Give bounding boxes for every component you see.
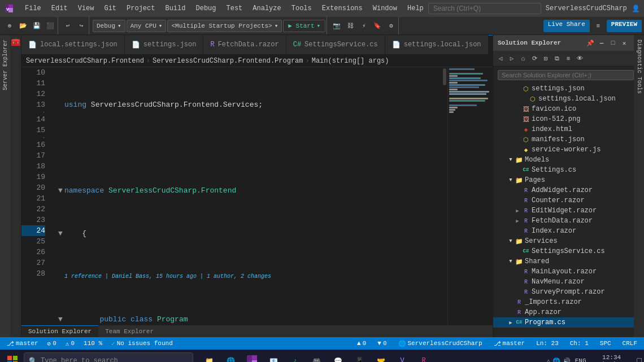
menu-edit[interactable]: Edit (47, 3, 72, 14)
cpu-dropdown[interactable]: Any CPU ▾ (127, 20, 167, 32)
taskbar-rider[interactable]: R (414, 351, 434, 362)
tree-item-surveyprompt[interactable]: R SurveyPrompt.razor (493, 287, 634, 297)
menu-git[interactable]: Git (99, 3, 121, 14)
se-preview-btn[interactable]: 👁 (575, 54, 585, 64)
menu-view[interactable]: View (73, 3, 99, 14)
debug-config-dropdown[interactable]: Debug ▾ (93, 20, 125, 32)
taskbar-teams[interactable]: 🤝 (371, 351, 391, 362)
clock[interactable]: 12:34 02/08/2020 (591, 353, 633, 362)
se-pin-btn[interactable]: 📌 (585, 38, 595, 48)
open-btn[interactable]: 📂 (17, 20, 29, 32)
up-arrow-icon[interactable]: △ (547, 357, 550, 362)
warnings-status[interactable]: ⚠ 0 (63, 340, 77, 347)
scroll-thumb[interactable] (443, 68, 446, 85)
taskbar-vs-code[interactable] (242, 351, 262, 362)
col-status[interactable]: Ch: 1 (568, 340, 591, 347)
menu-project[interactable]: Project (122, 3, 159, 14)
tree-item-models[interactable]: ▼ 📁 Models (493, 155, 634, 165)
diagnostic-tools-label[interactable]: Diagnostic Tools (635, 37, 643, 96)
tree-item-settings-local[interactable]: ⬡ settings.local.json (493, 94, 634, 104)
se-props-btn[interactable]: ≡ (563, 54, 573, 64)
tree-item-index-html[interactable]: ◈ index.html (493, 124, 634, 134)
line-ending-status[interactable]: CRLF (620, 340, 639, 347)
network-status[interactable]: 🌐 ServerlessCrudCSharp (396, 340, 485, 347)
tree-item-service-worker[interactable]: ◆ service-worker.js (493, 145, 634, 155)
tab-fetchdata[interactable]: R FetchData.razor (203, 35, 286, 54)
new-file-btn[interactable]: ⊕ (3, 20, 16, 32)
tab-settings-local-json[interactable]: 📄 settings.local.json (385, 35, 489, 54)
tree-item-manifest[interactable]: ⬡ manifest.json (493, 134, 634, 145)
tree-item-navmenu[interactable]: R NavMenu.razor (493, 277, 634, 287)
tree-item-settings-json[interactable]: ⬡ settings.json (493, 84, 634, 94)
menu-tools[interactable]: Tools (287, 3, 316, 14)
user-icon[interactable]: 👤 (632, 5, 640, 13)
save-all-btn[interactable]: ⬛ (44, 20, 56, 32)
tab-settings-json[interactable]: 📄 settings.json (125, 35, 204, 54)
sound-tray-icon[interactable]: 🔊 (563, 357, 571, 363)
notification-icon[interactable]: □ (637, 356, 642, 362)
preview-button[interactable]: PREVIEW (607, 20, 642, 32)
breadcrumb-project[interactable]: ServerlessCrudCSharp.Frontend (26, 57, 144, 65)
menu-window[interactable]: Window (368, 3, 402, 14)
taskbar-steam[interactable]: 🎮 (306, 351, 327, 362)
se-minimize-btn[interactable]: — (597, 38, 607, 48)
team-explorer-tab[interactable]: Team Explorer (98, 325, 160, 338)
taskbar-whatsapp[interactable]: 📱 (349, 351, 369, 362)
tree-item-mainlayout[interactable]: R MainLayout.razor (493, 267, 634, 277)
se-filter-btn[interactable]: ⊡ (541, 54, 551, 64)
errors-status[interactable]: ⊘ 0 (45, 340, 59, 347)
tree-item-editwidget[interactable]: ▶ R EditWidget.razor (493, 206, 634, 216)
menu-debug[interactable]: Debug (191, 3, 220, 14)
menu-extensions[interactable]: Extensions (317, 3, 367, 14)
editor-scrollbar[interactable] (442, 67, 447, 325)
menu-file[interactable]: File (20, 3, 46, 14)
branch-status[interactable]: ⎇ master (5, 340, 41, 347)
tree-item-shared[interactable]: ▼ 📁 Shared (493, 256, 634, 267)
bookmark-btn[interactable]: 🔖 (371, 20, 384, 32)
undo-btn[interactable]: ↩ (62, 20, 74, 32)
se-sync-btn[interactable]: ⟳ (529, 54, 539, 64)
code-container[interactable]: 10 11 12 13 · 14 15 · 16 17 18 19 20 21 … (21, 67, 493, 325)
tree-item-program-cs[interactable]: ▶ C# Program.cs (493, 317, 634, 328)
title-search[interactable] (428, 3, 541, 14)
zoom-status[interactable]: 110 % (81, 340, 105, 347)
arrow-down-status[interactable]: ▼ 0 (375, 340, 389, 347)
breadcrumb-class[interactable]: ServerlessCrudCSharp.Frontend.Program (153, 57, 303, 65)
breadcrumb-method[interactable]: Main(string[] args) (312, 57, 389, 65)
lang-indicator[interactable]: ENG (575, 357, 586, 362)
se-back-btn[interactable]: ◁ (495, 54, 506, 64)
toolbar-more-btn[interactable]: ≡ (592, 20, 604, 32)
attach-btn[interactable]: ⛓ (344, 20, 356, 32)
tree-item-addwidget[interactable]: R AddWidget.razor (493, 185, 634, 195)
settings-btn[interactable]: ⚙ (385, 20, 397, 32)
tree-item-counter[interactable]: R Counter.razor (493, 195, 634, 206)
tree-item-index-razor[interactable]: R Index.razor (493, 226, 634, 236)
server-explorer-label[interactable]: Server Explorer (1, 37, 10, 93)
se-search-input[interactable] (498, 70, 634, 80)
menu-build[interactable]: Build (160, 3, 190, 14)
tree-item-pages[interactable]: ▼ 📁 Pages (493, 175, 634, 185)
tab-settingsservice[interactable]: C# SettingsService.cs (286, 35, 385, 54)
solution-explorer-tab[interactable]: Solution Explorer (21, 325, 98, 338)
tab-program-cs[interactable]: C# Program.cs ✕ (489, 35, 493, 54)
taskbar-edge[interactable]: 🌐 (220, 351, 241, 362)
menu-test[interactable]: Test (222, 3, 247, 14)
lens-1[interactable]: 1 reference | Daniel Bass, 15 hours ago … (64, 271, 271, 282)
se-forward-btn[interactable]: ▷ (507, 54, 517, 64)
live-share-button[interactable]: Live Share (543, 20, 590, 32)
ln-status[interactable]: Ln: 23 (534, 340, 561, 347)
network-tray-icon[interactable]: 🌐 (552, 357, 560, 363)
se-home-btn[interactable]: ⌂ (518, 54, 528, 64)
toolbox-icon[interactable]: 🧰 (11, 37, 20, 46)
taskbar-spotify[interactable]: ♪ (285, 351, 305, 362)
start-button[interactable]: ▶ Start ▾ (283, 20, 325, 32)
start-button[interactable] (2, 351, 23, 362)
save-btn[interactable]: 💾 (31, 20, 43, 32)
redo-btn[interactable]: ↪ (75, 20, 88, 32)
menu-help[interactable]: Help (403, 3, 428, 14)
performance-btn[interactable]: ⚡ (358, 20, 370, 32)
startup-project-dropdown[interactable]: <Multiple Startup Projects> ▾ (167, 20, 282, 32)
taskbar-mail[interactable]: 📧 (263, 351, 284, 362)
camera-btn[interactable]: 📷 (330, 20, 343, 32)
se-maximize-btn[interactable]: □ (608, 38, 618, 48)
